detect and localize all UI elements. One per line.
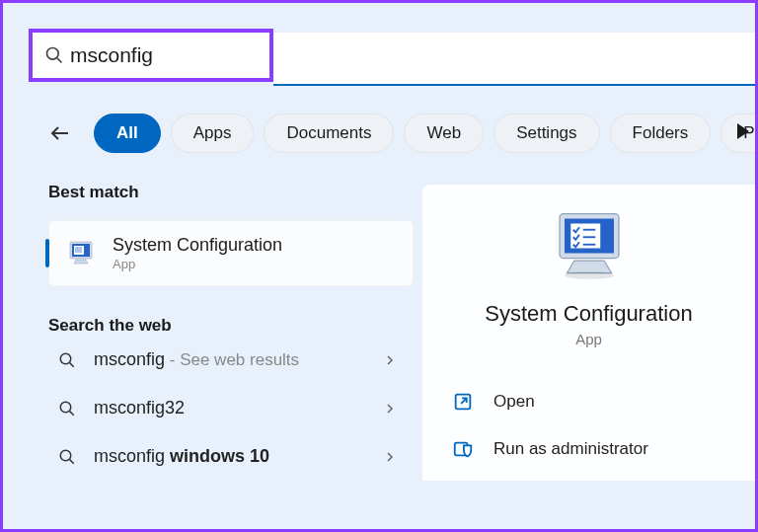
filter-all[interactable]: All bbox=[94, 114, 161, 153]
scroll-right-icon[interactable] bbox=[737, 123, 749, 139]
search-bar-extension bbox=[273, 33, 755, 86]
content: Best match System Configuration App Sear… bbox=[3, 183, 755, 481]
action-run-as-admin[interactable]: Run as administrator bbox=[452, 428, 755, 470]
web-result[interactable]: msconfig - See web results bbox=[48, 336, 414, 384]
svg-point-0 bbox=[47, 48, 59, 60]
action-label: Run as administrator bbox=[493, 439, 648, 459]
action-open[interactable]: Open bbox=[452, 381, 755, 422]
open-icon bbox=[452, 391, 474, 413]
results-column: Best match System Configuration App Sear… bbox=[3, 183, 422, 481]
chevron-right-icon bbox=[384, 354, 396, 366]
svg-point-9 bbox=[60, 353, 71, 364]
filter-settings[interactable]: Settings bbox=[493, 114, 599, 153]
filter-web[interactable]: Web bbox=[404, 114, 484, 153]
svg-point-11 bbox=[60, 402, 71, 413]
chevron-right-icon bbox=[384, 403, 396, 415]
best-match-text: System Configuration App bbox=[113, 235, 282, 271]
svg-line-14 bbox=[70, 459, 74, 463]
chevron-right-icon bbox=[384, 451, 396, 463]
best-match-heading: Best match bbox=[48, 183, 422, 202]
svg-point-13 bbox=[60, 450, 71, 461]
filter-folders[interactable]: Folders bbox=[610, 114, 712, 153]
svg-rect-5 bbox=[74, 246, 84, 255]
preview-title: System Configuration bbox=[452, 301, 755, 327]
action-label: Open bbox=[493, 392, 535, 412]
best-match-title: System Configuration bbox=[113, 235, 282, 256]
web-result-text: msconfig32 bbox=[94, 398, 384, 418]
search-icon bbox=[44, 45, 64, 65]
web-result[interactable]: msconfig32 bbox=[48, 384, 414, 432]
preview-subtitle: App bbox=[452, 331, 755, 347]
search-bar bbox=[3, 3, 755, 86]
web-result-text: msconfig windows 10 bbox=[94, 446, 384, 467]
search-input[interactable] bbox=[70, 43, 258, 67]
shield-icon bbox=[452, 438, 474, 460]
system-configuration-icon bbox=[550, 206, 629, 285]
filter-apps[interactable]: Apps bbox=[171, 114, 255, 153]
search-icon bbox=[58, 448, 76, 466]
back-icon[interactable] bbox=[48, 121, 72, 145]
web-result[interactable]: msconfig windows 10 bbox=[48, 432, 414, 481]
svg-point-21 bbox=[565, 271, 614, 279]
search-web-heading: Search the web bbox=[48, 316, 422, 336]
preview-icon-wrap bbox=[452, 206, 755, 285]
system-configuration-icon bbox=[65, 238, 97, 269]
search-box[interactable] bbox=[29, 29, 273, 82]
filter-row: All Apps Documents Web Settings Folders … bbox=[3, 86, 755, 153]
best-match-card[interactable]: System Configuration App bbox=[48, 220, 414, 286]
svg-line-1 bbox=[57, 58, 62, 63]
filter-documents[interactable]: Documents bbox=[264, 114, 394, 153]
svg-line-12 bbox=[70, 411, 74, 415]
svg-line-10 bbox=[70, 362, 74, 366]
preview-panel: System Configuration App Open Run as adm… bbox=[422, 185, 755, 481]
best-match-subtitle: App bbox=[113, 257, 282, 271]
web-result-text: msconfig - See web results bbox=[94, 349, 384, 370]
search-icon bbox=[58, 400, 76, 418]
search-icon bbox=[58, 351, 76, 369]
